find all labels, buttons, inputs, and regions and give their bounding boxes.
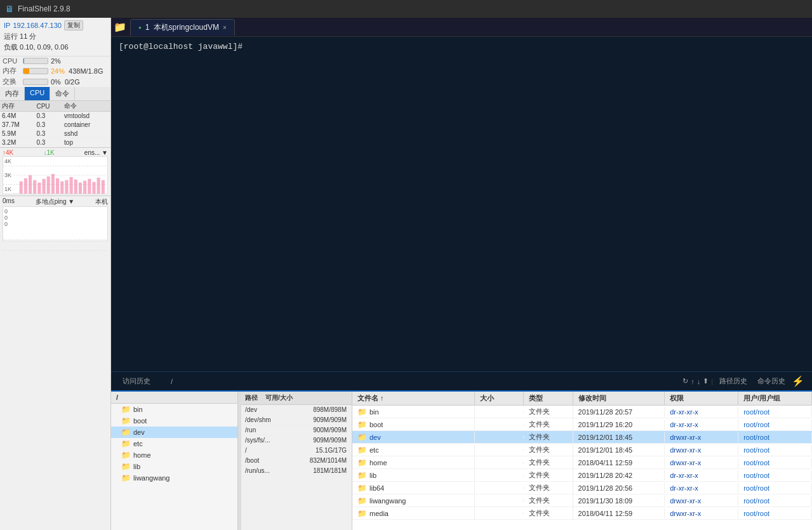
file-type: 文件夹: [524, 469, 573, 481]
file-name-cell: 📁 bin: [352, 406, 475, 418]
back-button[interactable]: 📁: [114, 21, 126, 33]
col-type[interactable]: 类型: [524, 392, 573, 405]
svg-rect-7: [37, 183, 41, 194]
cpu-label: CPU: [3, 57, 20, 65]
tab-close-button[interactable]: ×: [223, 24, 227, 31]
file-row[interactable]: 📁 lib64 文件夹 2019/11/28 20:56 dr-xr-xr-x …: [352, 482, 812, 494]
file-tree-item[interactable]: 📁boot: [111, 415, 237, 427]
svg-rect-13: [65, 180, 68, 194]
file-name: lib64: [369, 484, 384, 492]
file-tree-item[interactable]: 📁lib: [111, 461, 237, 472]
visit-history-button[interactable]: 访问历史: [119, 375, 154, 387]
file-user: root/root: [738, 407, 812, 417]
disk-path: /dev/shm: [245, 416, 286, 423]
swap-value: 0%: [51, 78, 61, 86]
upload2-icon[interactable]: ⬆: [703, 377, 709, 385]
file-size: [475, 500, 524, 502]
col-cpu[interactable]: CPU: [34, 101, 62, 112]
file-row[interactable]: 📁 liwangwang 文件夹 2019/11/30 18:09 drwxr-…: [352, 494, 812, 507]
file-perm: drwxr-xr-x: [665, 508, 738, 519]
disk-row[interactable]: /boot832M/1014M: [241, 456, 352, 466]
memory-extra: 438M/1.8G: [69, 67, 103, 75]
file-date: 2018/04/11 12:59: [573, 458, 665, 468]
tab-cmd[interactable]: 命令: [50, 87, 75, 100]
terminal-tab[interactable]: ● 1 本机springcloudVM ×: [130, 19, 235, 36]
file-folder-icon: 📁: [357, 433, 367, 442]
multi-ping-button[interactable]: 多地点ping ▼: [36, 197, 75, 206]
terminal[interactable]: [root@localhost javawwl]#: [111, 37, 812, 371]
folder-icon: 📁: [121, 462, 131, 471]
file-tree-header: /: [111, 392, 237, 404]
file-name: boot: [369, 421, 383, 428]
disk-row[interactable]: /sys/fs/...909M/909M: [241, 435, 352, 446]
col-perm[interactable]: 权限: [665, 392, 738, 405]
cpu-value: 2%: [51, 57, 61, 65]
slash-button[interactable]: /: [167, 376, 176, 387]
file-tree-item[interactable]: 📁etc: [111, 438, 237, 449]
col-user[interactable]: 用户/用户组: [738, 392, 812, 405]
disk-row[interactable]: /run/us...181M/181M: [241, 466, 352, 476]
process-cpu: 0.3: [34, 129, 62, 138]
svg-rect-9: [47, 176, 50, 194]
right-buttons: ↻ ↑ ↓ ⬆ | 路径历史 命令历史 ⚡: [682, 375, 804, 387]
file-row[interactable]: 📁 dev 文件夹 2019/12/01 18:45 drwxr-xr-x ro…: [352, 431, 812, 444]
process-tabs: 内存 CPU 命令: [0, 87, 110, 101]
download-icon[interactable]: ↓: [697, 378, 701, 385]
file-user: root/root: [738, 432, 812, 442]
file-row[interactable]: 📁 bin 文件夹 2019/11/28 20:57 dr-xr-xr-x ro…: [352, 406, 812, 418]
disk-row[interactable]: /run900M/909M: [241, 425, 352, 435]
file-row[interactable]: 📁 home 文件夹 2018/04/11 12:59 drwxr-xr-x r…: [352, 456, 812, 469]
file-tree-item[interactable]: 📁dev: [111, 427, 237, 438]
file-row[interactable]: 📁 media 文件夹 2018/04/11 12:59 drwxr-xr-x …: [352, 507, 812, 520]
process-row[interactable]: 6.4M0.3vmtoolsd: [0, 112, 110, 121]
file-perm: dr-xr-xr-x: [665, 420, 738, 430]
tree-item-name: dev: [133, 428, 145, 436]
process-cpu: 0.3: [34, 138, 62, 147]
svg-rect-21: [102, 180, 105, 194]
network-labels: 4K 3K 1K: [3, 157, 13, 194]
upload-icon[interactable]: ↑: [691, 378, 695, 385]
svg-rect-19: [92, 182, 95, 194]
file-row[interactable]: 📁 etc 文件夹 2019/12/01 18:45 drwxr-xr-x ro…: [352, 444, 812, 456]
tab-status-dot: ●: [138, 25, 142, 30]
disk-size: 900M/909M: [286, 427, 347, 434]
process-cpu: 0.3: [34, 121, 62, 129]
col-size[interactable]: 大小: [475, 392, 524, 405]
content-area: 📁 ● 1 本机springcloudVM × [root@localhost …: [111, 18, 812, 530]
ping-chart-svg: [3, 229, 107, 262]
process-row[interactable]: 37.7M0.3container: [0, 121, 110, 129]
cmd-history-button[interactable]: 命令历史: [754, 375, 789, 387]
lightning-icon[interactable]: ⚡: [792, 375, 804, 387]
col-filename[interactable]: 文件名 ↑: [352, 392, 475, 405]
col-mem[interactable]: 内存: [0, 101, 34, 112]
path-history-button[interactable]: 路径历史: [715, 375, 751, 387]
disk-row[interactable]: /dev/shm909M/909M: [241, 415, 352, 425]
file-row[interactable]: 📁 boot 文件夹 2019/11/29 16:20 dr-xr-xr-x r…: [352, 418, 812, 431]
tree-item-name: boot: [133, 417, 147, 425]
disk-row[interactable]: /dev898M/898M: [241, 405, 352, 415]
file-type: 文件夹: [524, 418, 573, 430]
memory-label: 内存: [3, 66, 20, 76]
process-table: 内存 CPU 命令 6.4M0.3vmtoolsd37.7M0.3contain…: [0, 101, 110, 147]
ip-label: IP: [4, 22, 10, 29]
file-tree-item[interactable]: 📁home: [111, 449, 237, 461]
file-row[interactable]: 📁 lib 文件夹 2019/11/28 20:42 dr-xr-xr-x ro…: [352, 469, 812, 482]
col-date[interactable]: 修改时间: [573, 392, 665, 405]
copy-button[interactable]: 复制: [64, 20, 83, 30]
runtime-label: 运行 11 分: [4, 32, 107, 41]
file-size: [475, 512, 524, 515]
cpu-bar-fill: [23, 58, 24, 63]
process-row[interactable]: 5.9M0.3sshd: [0, 129, 110, 138]
tab-cpu[interactable]: CPU: [25, 87, 50, 100]
file-type: 文件夹: [524, 431, 573, 443]
process-row[interactable]: 3.2M0.3top: [0, 138, 110, 147]
tab-memory[interactable]: 内存: [0, 87, 25, 100]
col-cmd[interactable]: 命令: [62, 101, 110, 112]
file-tree-item[interactable]: 📁bin: [111, 404, 237, 415]
disk-row[interactable]: /15.1G/17G: [241, 446, 352, 456]
ping-header: 0ms 多地点ping ▼ 本机: [3, 197, 108, 206]
file-type: 文件夹: [524, 456, 573, 468]
file-tree-item[interactable]: 📁liwangwang: [111, 472, 237, 484]
network-interface[interactable]: ens... ▼: [84, 149, 108, 156]
refresh-icon[interactable]: ↻: [682, 377, 688, 385]
